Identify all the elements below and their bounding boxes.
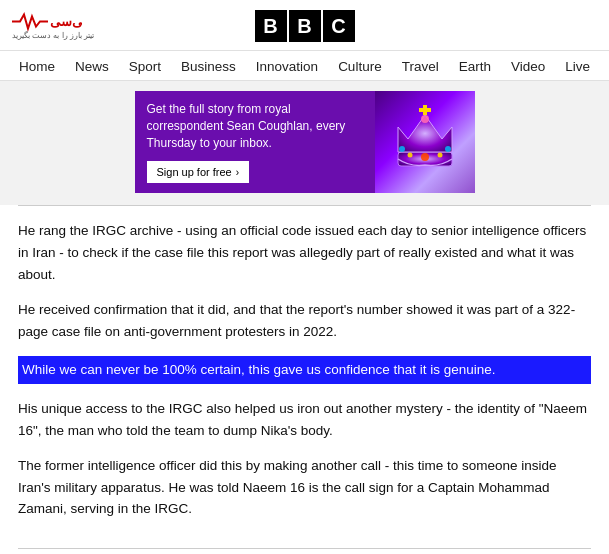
nav-item-home[interactable]: Home bbox=[9, 59, 65, 74]
promo-text-area: Get the full story from royal correspond… bbox=[135, 91, 375, 193]
svg-text:بی‌بی‌سی: بی‌بی‌سی bbox=[50, 14, 82, 29]
bbc-logo: B B C bbox=[255, 10, 355, 42]
svg-point-8 bbox=[437, 153, 442, 158]
promo-signup-button[interactable]: Sign up for free › bbox=[147, 161, 250, 183]
nav-item-sport[interactable]: Sport bbox=[119, 59, 171, 74]
nav-item-earth[interactable]: Earth bbox=[449, 59, 501, 74]
article-paragraph-5: The former intelligence officer did this… bbox=[18, 455, 591, 520]
main-nav: Home News Sport Business Innovation Cult… bbox=[0, 51, 609, 81]
nav-item-news[interactable]: News bbox=[65, 59, 119, 74]
nav-item-live[interactable]: Live bbox=[555, 59, 600, 74]
site-logo[interactable]: بی‌بی‌سی تیتر بارز را به دست بگیرید bbox=[12, 11, 94, 40]
svg-point-6 bbox=[421, 153, 429, 161]
promo-image bbox=[375, 91, 475, 193]
promo-banner: Get the full story from royal correspond… bbox=[0, 81, 609, 205]
site-tagline: تیتر بارز را به دست بگیرید bbox=[12, 31, 94, 40]
nav-item-innovation[interactable]: Innovation bbox=[246, 59, 328, 74]
article-content: He rang the IRGC archive - using an offi… bbox=[0, 206, 609, 548]
article-highlight: While we can never be 100% certain, this… bbox=[18, 356, 591, 384]
promo-button-label: Sign up for free bbox=[157, 166, 232, 178]
bbc-letter-b1: B bbox=[255, 10, 287, 42]
site-logo-icon: بی‌بی‌سی bbox=[12, 11, 82, 33]
svg-point-3 bbox=[421, 115, 429, 123]
nav-item-business[interactable]: Business bbox=[171, 59, 246, 74]
nav-item-video[interactable]: Video bbox=[501, 59, 555, 74]
svg-point-5 bbox=[445, 146, 451, 152]
bottom-divider bbox=[18, 548, 591, 549]
svg-point-4 bbox=[399, 146, 405, 152]
nav-item-culture[interactable]: Culture bbox=[328, 59, 392, 74]
svg-point-7 bbox=[407, 153, 412, 158]
svg-rect-10 bbox=[419, 108, 431, 112]
crown-illustration bbox=[380, 97, 470, 187]
promo-arrow-icon: › bbox=[236, 167, 239, 178]
article-paragraph-4: His unique access to the IRGC also helpe… bbox=[18, 398, 591, 441]
promo-card: Get the full story from royal correspond… bbox=[135, 91, 475, 193]
nav-item-travel[interactable]: Travel bbox=[392, 59, 449, 74]
article-paragraph-2: He received confirmation that it did, an… bbox=[18, 299, 591, 342]
bbc-letter-b2: B bbox=[289, 10, 321, 42]
promo-title: Get the full story from royal correspond… bbox=[147, 101, 363, 151]
article-paragraph-1: He rang the IRGC archive - using an offi… bbox=[18, 220, 591, 285]
bbc-letter-c: C bbox=[323, 10, 355, 42]
top-bar: بی‌بی‌سی تیتر بارز را به دست بگیرید B B … bbox=[0, 0, 609, 51]
